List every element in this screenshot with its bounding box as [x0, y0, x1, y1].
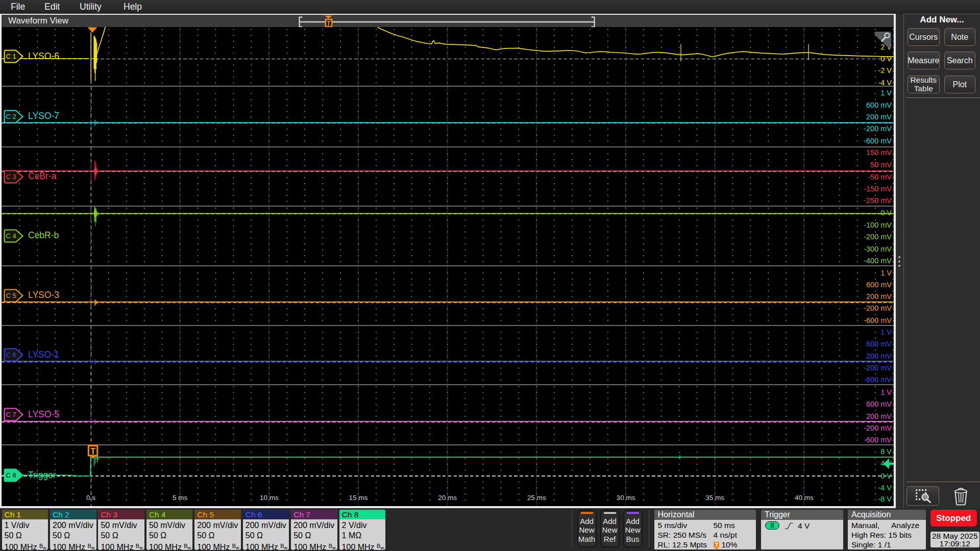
svg-text:C 7: C 7 — [6, 411, 16, 418]
svg-text:C 6: C 6 — [6, 351, 16, 359]
svg-text:C 1: C 1 — [6, 53, 16, 60]
svg-text:T: T — [90, 446, 95, 455]
svg-text:C 2: C 2 — [6, 113, 16, 120]
svg-text:C 5: C 5 — [6, 292, 16, 299]
svg-text:T: T — [327, 19, 331, 27]
svg-text:C 8: C 8 — [6, 471, 16, 479]
svg-text:T: T — [715, 542, 718, 547]
svg-text:C 4: C 4 — [6, 232, 16, 240]
svg-text:C 3: C 3 — [6, 173, 16, 181]
